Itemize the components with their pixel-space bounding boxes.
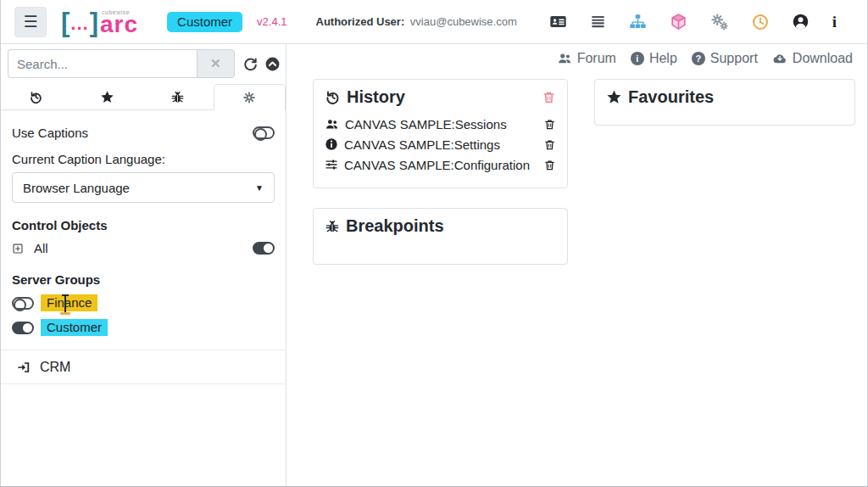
search-input[interactable] — [8, 49, 197, 78]
server-item-crm[interactable]: CRM — [1, 350, 286, 383]
info-circle-icon — [325, 137, 338, 151]
collapse-up-icon[interactable] — [264, 56, 281, 72]
sidebar: ✕ Use Captions — [1, 44, 287, 486]
history-item-settings[interactable]: CANVAS SAMPLE:Settings — [325, 134, 556, 154]
sidebar-search-row: ✕ — [1, 44, 286, 78]
breakpoints-card: Breakpoints — [313, 208, 568, 265]
list-icon[interactable] — [590, 14, 606, 30]
environment-badge[interactable]: Customer — [167, 12, 242, 32]
tab-history[interactable] — [1, 84, 72, 110]
user-circle-icon[interactable] — [792, 13, 810, 31]
control-objects-all-row: All — [12, 241, 275, 255]
favourites-card-title: Favourites — [628, 87, 714, 107]
server-group-row-finance: Finance — [12, 294, 275, 311]
cube-icon[interactable] — [670, 13, 687, 31]
download-link-label: Download — [793, 51, 853, 66]
search-clear-button[interactable]: ✕ — [197, 49, 235, 78]
breakpoints-card-title: Breakpoints — [346, 216, 444, 236]
question-circle-icon: ? — [692, 52, 705, 65]
favourites-card: Favourites — [594, 79, 855, 126]
sign-in-icon — [17, 361, 31, 374]
app-window: ☰ [ ... ] cubewise arc Customer v2.4.1 A… — [0, 0, 868, 487]
logo-bracket-left: [ — [61, 13, 70, 34]
sitemap-icon[interactable] — [629, 13, 647, 31]
refresh-icon[interactable] — [242, 56, 259, 72]
logo-wordmark: cubewise arc — [100, 9, 138, 34]
help-link[interactable]: i Help — [631, 51, 677, 66]
app-logo[interactable]: [ ... ] cubewise arc — [61, 9, 138, 34]
tab-settings[interactable] — [214, 84, 287, 110]
clock-icon[interactable] — [752, 14, 769, 31]
bug-icon — [170, 90, 185, 104]
clear-history-trash-icon[interactable] — [542, 90, 556, 104]
search-tools — [242, 56, 281, 72]
use-captions-label: Use Captions — [12, 126, 88, 140]
chevron-down-icon: ▼ — [255, 183, 264, 193]
control-objects-all-label: All — [34, 241, 48, 255]
server-groups-header: Server Groups — [12, 272, 275, 287]
history-item-configuration[interactable]: CANVAS SAMPLE:Configuration — [325, 154, 556, 175]
tab-favourites[interactable] — [72, 84, 143, 110]
main-content: Forum i Help ? Support Download History — [287, 44, 867, 486]
users-icon — [325, 117, 339, 132]
customer-toggle[interactable] — [12, 322, 34, 334]
star-icon — [606, 89, 622, 105]
caption-language-value: Browser Language — [23, 181, 130, 195]
users-icon — [557, 51, 572, 66]
delete-item-trash-icon[interactable] — [543, 118, 556, 131]
favourites-card-header: Favourites — [606, 87, 843, 107]
forum-link-label: Forum — [577, 51, 616, 66]
history-item-label: CANVAS SAMPLE:Sessions — [345, 117, 507, 132]
sliders-icon — [325, 158, 338, 171]
history-item-sessions[interactable]: CANVAS SAMPLE:Sessions — [325, 114, 556, 134]
history-item-label: CANVAS SAMPLE:Configuration — [344, 158, 530, 172]
support-link[interactable]: ? Support — [692, 51, 758, 66]
tab-breakpoints[interactable] — [142, 84, 214, 110]
topbar-icon-menu: i — [549, 13, 837, 31]
finance-toggle[interactable] — [12, 297, 34, 310]
expand-plus-icon[interactable] — [12, 243, 24, 255]
history-icon — [29, 90, 43, 104]
server-group-row-customer: Customer — [12, 319, 275, 336]
version-label: v2.4.1 — [257, 15, 287, 28]
finance-group-label[interactable]: Finance — [41, 294, 97, 311]
history-card-header: History — [325, 87, 556, 107]
authorized-user-email: vviau@cubewise.com — [410, 15, 517, 28]
bug-icon — [325, 219, 340, 234]
customer-group-label[interactable]: Customer — [41, 319, 108, 336]
control-objects-all-toggle[interactable] — [253, 242, 275, 255]
top-bar: ☰ [ ... ] cubewise arc Customer v2.4.1 A… — [1, 0, 867, 44]
history-list: CANVAS SAMPLE:Sessions CANVAS SAMPLE:Set… — [325, 114, 556, 175]
logo-bracket-right: ] — [90, 13, 98, 34]
caption-language-select[interactable]: Browser Language ▼ — [12, 172, 275, 203]
caption-language-label: Current Caption Language: — [12, 152, 275, 166]
breakpoints-card-header: Breakpoints — [325, 216, 556, 236]
cloud-download-icon — [772, 51, 787, 66]
hamburger-menu-button[interactable]: ☰ — [14, 7, 47, 37]
delete-item-trash-icon[interactable] — [543, 138, 556, 151]
download-link[interactable]: Download — [772, 51, 853, 66]
use-captions-toggle[interactable] — [253, 126, 275, 139]
help-link-label: Help — [649, 51, 677, 66]
control-objects-header: Control Objects — [12, 218, 275, 232]
info-icon[interactable]: i — [832, 13, 837, 31]
gear-icon — [242, 91, 256, 104]
hamburger-icon: ☰ — [23, 12, 37, 31]
delete-item-trash-icon[interactable] — [543, 159, 556, 171]
cogs-icon[interactable] — [710, 13, 729, 31]
settings-panel: Use Captions Current Caption Language: B… — [1, 126, 286, 336]
history-item-label: CANVAS SAMPLE:Settings — [344, 137, 500, 152]
info-circle-icon: i — [631, 52, 644, 65]
authorized-user: Authorized User: vviau@cubewise.com — [316, 15, 517, 28]
forum-link[interactable]: Forum — [557, 51, 616, 66]
logo-arc-text: arc — [100, 15, 138, 34]
server-item-label: CRM — [40, 360, 70, 375]
divider — [1, 383, 286, 384]
sidebar-tabs — [1, 84, 286, 110]
address-card-icon[interactable] — [549, 13, 567, 31]
clear-x-icon: ✕ — [210, 56, 221, 71]
star-icon — [100, 90, 114, 104]
history-card: History CANVAS SAMPLE:Sessions CANVAS SA… — [313, 79, 568, 188]
history-icon — [325, 89, 341, 105]
logo-dots: ... — [70, 14, 88, 34]
